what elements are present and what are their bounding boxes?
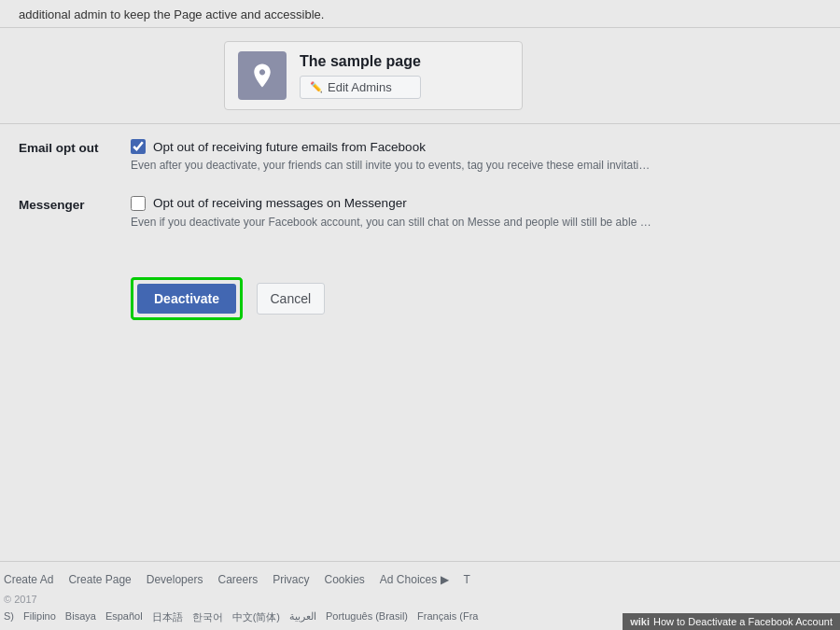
lang-bisaya[interactable]: Bisaya [65,610,96,624]
lang-chinese[interactable]: 中文(简体) [232,610,280,624]
edit-admins-label: Edit Admins [328,80,392,94]
deactivate-button[interactable]: Deactivate [137,284,236,314]
main-content: additional admin to keep the Page active… [0,0,840,335]
edit-admins-button[interactable]: ✏️ Edit Admins [300,76,421,99]
footer-links: Create Ad Create Page Developers Careers… [4,573,821,586]
messenger-option-label: Opt out of receiving messages on Messeng… [153,196,407,210]
footer-link-t[interactable]: T [464,573,470,586]
footer-copyright: © 2017 [4,594,821,605]
wikihow-badge: wiki How to Deactivate a Facebook Accoun… [623,613,840,630]
pencil-icon: ✏️ [310,81,323,93]
page-info: The sample page ✏️ Edit Admins [300,53,421,99]
settings-section: Email opt out Opt out of receiving futur… [0,124,840,268]
action-section: Deactivate Cancel [0,268,840,335]
messenger-content: Opt out of receiving messages on Messeng… [131,196,821,231]
footer-link-create-page[interactable]: Create Page [68,573,131,586]
wikihow-prefix: wiki [630,616,650,627]
footer-link-ad-choices[interactable]: Ad Choices ▶ [380,573,449,586]
email-opt-out-content: Opt out of receiving future emails from … [131,139,821,174]
email-opt-out-description: Even after you deactivate, your friends … [131,158,653,174]
partial-top-label: additional admin to keep the Page active… [19,7,324,21]
wikihow-title: How to Deactivate a Facebook Account [653,616,833,627]
messenger-option-row: Opt out of receiving messages on Messeng… [131,196,821,211]
messenger-checkbox[interactable] [131,196,146,211]
lang-portuguese[interactable]: Português (Brasil) [326,610,408,624]
lang-filipino[interactable]: Filipino [23,610,56,624]
email-opt-out-label: Email opt out [19,139,131,155]
email-opt-out-option-row: Opt out of receiving future emails from … [131,139,821,154]
page-card: The sample page ✏️ Edit Admins [224,41,523,110]
lang-french[interactable]: Français (Fra [417,610,478,624]
page-name: The sample page [300,53,421,70]
lang-korean[interactable]: 한국어 [192,610,223,624]
page-icon [238,51,287,100]
lang-espanol[interactable]: Español [105,610,143,624]
messenger-description: Even if you deactivate your Facebook acc… [131,215,653,231]
email-opt-out-option-label: Opt out of receiving future emails from … [153,140,426,154]
lang-japanese[interactable]: 日本語 [152,610,183,624]
footer-link-careers[interactable]: Careers [217,573,258,586]
lang-s[interactable]: S) [4,610,14,624]
footer-link-cookies[interactable]: Cookies [325,573,365,586]
page-card-section: The sample page ✏️ Edit Admins [0,28,840,124]
green-highlight: Deactivate [131,277,243,320]
footer-link-create-ad[interactable]: Create Ad [4,573,53,586]
messenger-row: Messenger Opt out of receiving messages … [19,196,821,234]
email-opt-out-checkbox[interactable] [131,139,146,154]
footer-link-privacy[interactable]: Privacy [273,573,309,586]
partial-top-text: additional admin to keep the Page active… [0,0,840,28]
location-icon [248,62,276,90]
email-opt-out-row: Email opt out Opt out of receiving futur… [19,139,821,177]
cancel-button[interactable]: Cancel [257,283,326,315]
footer-link-developers[interactable]: Developers [147,573,203,586]
messenger-label: Messenger [19,196,131,212]
lang-arabic[interactable]: العربية [289,610,316,624]
